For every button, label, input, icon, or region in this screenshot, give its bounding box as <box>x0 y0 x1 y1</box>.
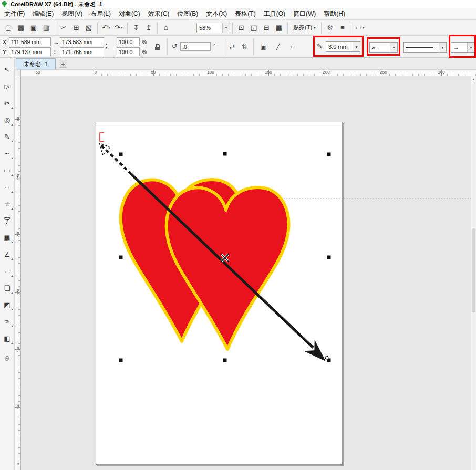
menu-object[interactable]: 对象(C) <box>119 9 140 18</box>
to-line-button[interactable]: ╱ <box>272 41 284 53</box>
connector-tool[interactable]: ⌐ <box>0 263 15 279</box>
menu-file[interactable]: 文件(F) <box>4 9 25 18</box>
wrap-text-button[interactable]: ▣ <box>257 41 269 53</box>
end-arrowhead-select[interactable]: → ▾ <box>451 42 475 53</box>
redo-dropdown-icon[interactable]: ▾ <box>121 25 123 30</box>
mirror-horizontal-button[interactable]: ⇄ <box>226 41 238 53</box>
selection-handle[interactable] <box>327 256 331 259</box>
menu-window[interactable]: 窗口(W) <box>293 9 316 18</box>
show-rulers-button[interactable]: ⊟ <box>260 22 273 34</box>
selection-handle[interactable] <box>119 359 123 362</box>
menu-table[interactable]: 表格(T) <box>235 9 255 18</box>
separator <box>351 22 351 34</box>
step-down-icon[interactable]: ▾ <box>106 46 107 49</box>
freehand-tool[interactable]: ✎ <box>0 128 15 145</box>
selection-handle[interactable] <box>223 152 227 156</box>
add-tools-button[interactable]: ⊕ <box>0 351 15 365</box>
open-button[interactable]: ▤ <box>15 22 27 34</box>
crop-tool[interactable]: ✂ <box>0 95 15 111</box>
copy-button[interactable]: ⊞ <box>70 22 82 34</box>
drawing-canvas[interactable]: ▲ <box>21 76 476 470</box>
vertical-ruler[interactable]: 300 250 200 150 100 50 0 <box>15 76 21 470</box>
menu-text[interactable]: 文本(X) <box>206 9 227 18</box>
cut-icon: ✂ <box>61 24 67 32</box>
menu-bitmaps[interactable]: 位图(B) <box>177 9 198 18</box>
object-width-field[interactable] <box>60 37 104 46</box>
menu-layout[interactable]: 布局(L) <box>90 9 111 18</box>
text-tool[interactable]: 字 <box>0 212 15 229</box>
menu-help[interactable]: 帮助(H) <box>324 9 345 18</box>
ellipse-tool[interactable]: ○ <box>0 179 15 195</box>
customize-button[interactable]: ≡ <box>336 22 349 34</box>
color-eyedropper-tool[interactable]: ✑ <box>0 313 15 330</box>
ruler-label: 250 <box>16 171 20 182</box>
redo-button[interactable]: ↷▾ <box>112 22 125 34</box>
selection-handle[interactable] <box>327 153 331 156</box>
table-tool[interactable]: ▦ <box>0 229 15 246</box>
drop-shadow-tool[interactable]: ❏ <box>0 279 15 296</box>
menu-view[interactable]: 视图(V) <box>61 9 82 18</box>
welcome-screen-button[interactable]: ⌂ <box>160 22 172 34</box>
dimension-tool[interactable]: ∠ <box>0 246 15 263</box>
lock-ratio-button[interactable] <box>153 41 162 53</box>
app-window-button[interactable]: ▭▾ <box>354 22 366 34</box>
undo-button[interactable]: ↶▾ <box>100 22 112 34</box>
ruler-origin-corner[interactable] <box>15 70 21 76</box>
line-style-select[interactable]: ▾ <box>403 42 447 53</box>
export-button[interactable]: ↥ <box>142 22 155 34</box>
save-button[interactable]: ▣ <box>27 22 40 34</box>
import-button[interactable]: ↧ <box>130 22 142 34</box>
curve-end-node[interactable] <box>325 356 328 359</box>
scale-x-field[interactable] <box>117 37 140 46</box>
rectangle-tool[interactable]: ▭ <box>0 162 15 179</box>
snap-to-button[interactable]: 贴齐(T) ▾ <box>290 22 319 34</box>
show-grid-button[interactable]: ▦ <box>273 22 285 34</box>
zoom-level-select[interactable]: 58% ▾ <box>196 23 230 33</box>
pick-tool[interactable]: ↖ <box>0 61 15 78</box>
size-stepper[interactable]: ▴ ▾ <box>106 43 107 49</box>
x-position-field[interactable] <box>9 37 51 46</box>
start-arrowhead-select[interactable]: »— ▾ <box>369 42 398 53</box>
mirror-vertical-button[interactable]: ⇅ <box>239 41 250 53</box>
new-tab-button[interactable]: + <box>59 60 67 68</box>
print-button[interactable]: ▥ <box>40 22 53 34</box>
zoom-tool[interactable]: ◎ <box>0 111 15 128</box>
caret-down-icon[interactable]: ▾ <box>222 23 230 33</box>
transparency-tool[interactable]: ◩ <box>0 296 15 313</box>
new-document-button[interactable]: ▢ <box>2 22 15 34</box>
scroll-up-icon[interactable]: ▲ <box>471 77 476 82</box>
paste-button[interactable]: ▧ <box>82 22 95 34</box>
caret-down-icon[interactable]: ▾ <box>353 42 360 51</box>
app-window-dropdown-icon[interactable]: ▾ <box>363 25 365 30</box>
step-up-icon[interactable]: ▴ <box>106 43 107 46</box>
selection-handle[interactable] <box>119 256 123 259</box>
menu-edit[interactable]: 编辑(E) <box>33 9 54 18</box>
fullscreen-preview-button[interactable]: ◱ <box>247 22 260 34</box>
snap-dropdown-icon[interactable]: ▾ <box>314 25 316 30</box>
outline-width-select[interactable]: 3.0 mm ▾ <box>326 41 360 52</box>
caret-down-icon[interactable]: ▾ <box>439 43 446 52</box>
document-tab[interactable]: 未命名 -1 <box>16 58 56 69</box>
polygon-tool[interactable]: ☆ <box>0 195 15 212</box>
menu-effects[interactable]: 效果(C) <box>148 9 170 18</box>
selection-handle[interactable] <box>119 153 123 156</box>
menu-tools[interactable]: 工具(O) <box>264 9 285 18</box>
artistic-media-tool[interactable]: ∼ <box>0 145 15 162</box>
interactive-fill-tool[interactable]: ◧ <box>0 330 15 347</box>
rotation-angle-field[interactable] <box>180 42 211 51</box>
shape-tool[interactable]: ▷ <box>0 78 15 95</box>
caret-down-icon[interactable]: ▾ <box>390 43 397 52</box>
to-curve-button[interactable]: ○ <box>287 41 298 53</box>
scrollbar-thumb[interactable] <box>472 228 475 312</box>
options-button[interactable]: ⚙ <box>324 22 336 34</box>
horizontal-ruler[interactable]: 50 0 50 100 150 200 250 300 <box>21 70 476 76</box>
object-height-field[interactable] <box>60 47 104 56</box>
scale-y-field[interactable] <box>117 47 140 56</box>
vertical-scrollbar[interactable]: ▲ <box>471 76 476 470</box>
app-launcher-button[interactable]: ⊡ <box>235 22 247 34</box>
undo-dropdown-icon[interactable]: ▾ <box>108 25 110 30</box>
cut-button[interactable]: ✂ <box>57 22 70 34</box>
caret-down-icon[interactable]: ▾ <box>467 43 474 52</box>
selection-handle[interactable] <box>223 359 227 362</box>
y-position-field[interactable] <box>9 47 51 56</box>
